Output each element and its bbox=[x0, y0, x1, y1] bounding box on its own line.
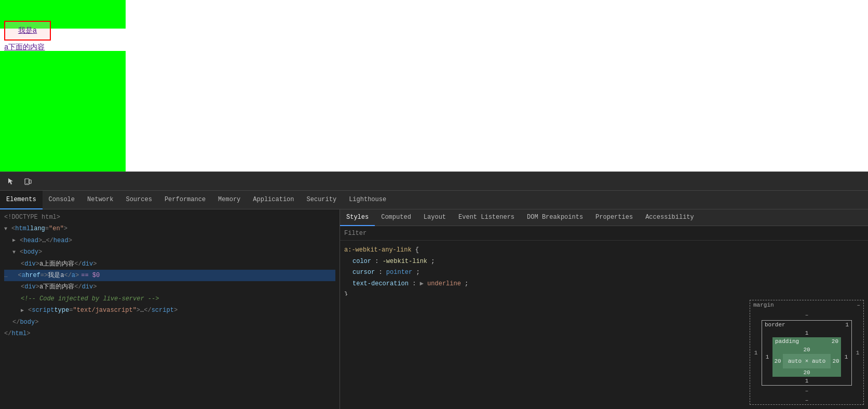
green-block-bottom bbox=[0, 51, 126, 171]
link-element[interactable]: 我是a bbox=[4, 21, 51, 41]
link-text: 我是a bbox=[18, 26, 37, 35]
preview-area: 我是a a下面的内容 bbox=[0, 0, 868, 171]
text-below: a下面的内容 bbox=[4, 43, 45, 52]
